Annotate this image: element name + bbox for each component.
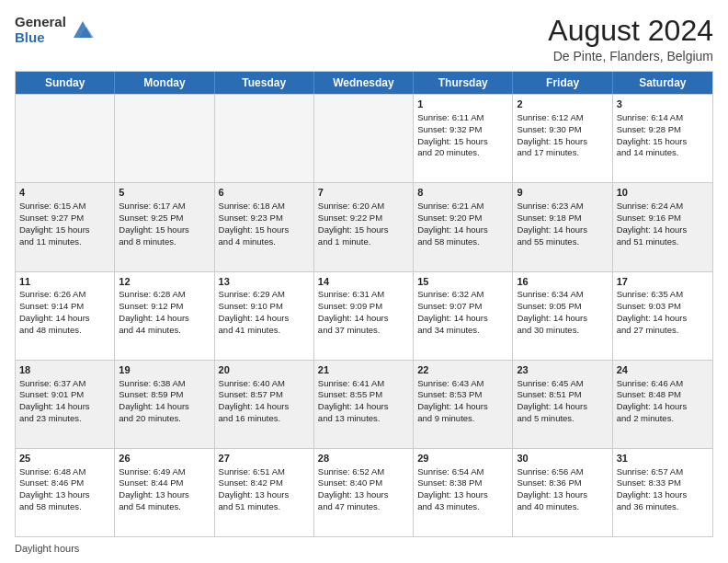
day-info: Sunrise: 6:23 AM Sunset: 9:18 PM Dayligh… [517,201,608,247]
table-row: 30Sunrise: 6:56 AM Sunset: 8:36 PM Dayli… [513,449,612,536]
table-row: 6Sunrise: 6:18 AM Sunset: 9:23 PM Daylig… [215,183,314,270]
calendar-header: Sunday Monday Tuesday Wednesday Thursday… [16,72,712,94]
day-number: 1 [417,98,508,111]
day-number: 8 [417,186,508,200]
day-info: Sunrise: 6:57 AM Sunset: 8:33 PM Dayligh… [617,466,709,513]
day-info: Sunrise: 6:18 AM Sunset: 9:23 PM Dayligh… [219,201,310,247]
day-number: 17 [617,275,709,289]
table-row: 15Sunrise: 6:32 AM Sunset: 9:07 PM Dayli… [414,272,513,360]
day-number: 6 [219,186,310,200]
day-number: 3 [617,98,709,111]
title-month: August 2024 [548,15,713,47]
table-row: 25Sunrise: 6:48 AM Sunset: 8:46 PM Dayli… [16,449,115,536]
weekday-sunday: Sunday [16,72,115,94]
day-number: 11 [19,275,110,289]
table-row: 13Sunrise: 6:29 AM Sunset: 9:10 PM Dayli… [215,272,314,360]
footer: Daylight hours [15,543,713,554]
day-info: Sunrise: 6:37 AM Sunset: 9:01 PM Dayligh… [19,378,110,425]
table-row: 3Sunrise: 6:14 AM Sunset: 9:28 PM Daylig… [613,95,712,182]
day-info: Sunrise: 6:43 AM Sunset: 8:53 PM Dayligh… [417,378,508,425]
table-row: 10Sunrise: 6:24 AM Sunset: 9:16 PM Dayli… [613,183,712,270]
day-number: 2 [517,98,608,111]
calendar: Sunday Monday Tuesday Wednesday Thursday… [15,71,713,537]
day-number: 15 [417,275,508,289]
day-number: 12 [119,275,210,289]
day-number: 13 [219,275,310,289]
day-info: Sunrise: 6:29 AM Sunset: 9:10 PM Dayligh… [219,289,310,336]
table-row: 17Sunrise: 6:35 AM Sunset: 9:03 PM Dayli… [613,272,712,360]
day-number: 21 [318,363,409,377]
table-row: 12Sunrise: 6:28 AM Sunset: 9:12 PM Dayli… [115,272,214,360]
day-number: 30 [517,452,608,465]
day-info: Sunrise: 6:51 AM Sunset: 8:42 PM Dayligh… [219,466,310,513]
day-info: Sunrise: 6:28 AM Sunset: 9:12 PM Dayligh… [119,289,210,336]
table-row: 4Sunrise: 6:15 AM Sunset: 9:27 PM Daylig… [16,183,115,270]
table-row: 20Sunrise: 6:40 AM Sunset: 8:57 PM Dayli… [215,361,314,448]
table-row: 14Sunrise: 6:31 AM Sunset: 9:09 PM Dayli… [314,272,414,360]
day-info: Sunrise: 6:12 AM Sunset: 9:30 PM Dayligh… [517,112,608,159]
page: General Blue August 2024 De Pinte, Fland… [0,0,728,563]
day-info: Sunrise: 6:49 AM Sunset: 8:44 PM Dayligh… [119,466,210,513]
table-row [215,95,314,182]
day-info: Sunrise: 6:54 AM Sunset: 8:38 PM Dayligh… [417,466,508,513]
table-row: 22Sunrise: 6:43 AM Sunset: 8:53 PM Dayli… [414,361,513,448]
table-row: 8Sunrise: 6:21 AM Sunset: 9:20 PM Daylig… [414,183,513,270]
day-number: 28 [318,452,409,465]
table-row: 1Sunrise: 6:11 AM Sunset: 9:32 PM Daylig… [414,95,513,182]
table-row: 24Sunrise: 6:46 AM Sunset: 8:48 PM Dayli… [613,361,712,448]
day-info: Sunrise: 6:26 AM Sunset: 9:14 PM Dayligh… [19,289,110,336]
day-info: Sunrise: 6:20 AM Sunset: 9:22 PM Dayligh… [318,201,409,247]
day-info: Sunrise: 6:21 AM Sunset: 9:20 PM Dayligh… [417,201,508,247]
day-info: Sunrise: 6:56 AM Sunset: 8:36 PM Dayligh… [517,466,608,513]
table-row [115,95,214,182]
day-number: 25 [19,452,110,465]
table-row: 19Sunrise: 6:38 AM Sunset: 8:59 PM Dayli… [115,361,214,448]
day-number: 24 [617,363,709,377]
logo: General Blue [15,15,96,45]
cal-row-1: 4Sunrise: 6:15 AM Sunset: 9:27 PM Daylig… [16,182,712,270]
day-number: 31 [617,452,709,465]
weekday-monday: Monday [115,72,214,94]
day-info: Sunrise: 6:15 AM Sunset: 9:27 PM Dayligh… [19,201,110,247]
table-row: 29Sunrise: 6:54 AM Sunset: 8:38 PM Dayli… [414,449,513,536]
table-row: 11Sunrise: 6:26 AM Sunset: 9:14 PM Dayli… [16,272,115,360]
calendar-body: 1Sunrise: 6:11 AM Sunset: 9:32 PM Daylig… [16,94,712,536]
weekday-tuesday: Tuesday [215,72,314,94]
table-row [314,95,414,182]
day-info: Sunrise: 6:40 AM Sunset: 8:57 PM Dayligh… [219,378,310,425]
table-row: 21Sunrise: 6:41 AM Sunset: 8:55 PM Dayli… [314,361,414,448]
day-number: 16 [517,275,608,289]
day-number: 29 [417,452,508,465]
table-row [16,95,115,182]
day-info: Sunrise: 6:34 AM Sunset: 9:05 PM Dayligh… [517,289,608,336]
table-row: 26Sunrise: 6:49 AM Sunset: 8:44 PM Dayli… [115,449,214,536]
day-number: 9 [517,186,608,200]
day-info: Sunrise: 6:52 AM Sunset: 8:40 PM Dayligh… [318,466,409,513]
day-number: 22 [417,363,508,377]
day-info: Sunrise: 6:32 AM Sunset: 9:07 PM Dayligh… [417,289,508,336]
cal-row-3: 18Sunrise: 6:37 AM Sunset: 9:01 PM Dayli… [16,360,712,448]
title-block: August 2024 De Pinte, Flanders, Belgium [548,15,713,63]
day-info: Sunrise: 6:24 AM Sunset: 9:16 PM Dayligh… [617,201,709,247]
day-number: 27 [219,452,310,465]
table-row: 23Sunrise: 6:45 AM Sunset: 8:51 PM Dayli… [513,361,612,448]
table-row: 28Sunrise: 6:52 AM Sunset: 8:40 PM Dayli… [314,449,414,536]
cal-row-0: 1Sunrise: 6:11 AM Sunset: 9:32 PM Daylig… [16,94,712,182]
title-location: De Pinte, Flanders, Belgium [548,49,713,63]
logo-text: General Blue [15,15,66,45]
table-row: 31Sunrise: 6:57 AM Sunset: 8:33 PM Dayli… [613,449,712,536]
day-number: 5 [119,186,210,200]
table-row: 16Sunrise: 6:34 AM Sunset: 9:05 PM Dayli… [513,272,612,360]
table-row: 27Sunrise: 6:51 AM Sunset: 8:42 PM Dayli… [215,449,314,536]
day-info: Sunrise: 6:41 AM Sunset: 8:55 PM Dayligh… [318,378,409,425]
table-row: 5Sunrise: 6:17 AM Sunset: 9:25 PM Daylig… [115,183,214,270]
table-row: 2Sunrise: 6:12 AM Sunset: 9:30 PM Daylig… [513,95,612,182]
day-info: Sunrise: 6:14 AM Sunset: 9:28 PM Dayligh… [617,112,709,159]
day-info: Sunrise: 6:38 AM Sunset: 8:59 PM Dayligh… [119,378,210,425]
logo-icon [70,17,96,43]
weekday-saturday: Saturday [613,72,712,94]
day-info: Sunrise: 6:48 AM Sunset: 8:46 PM Dayligh… [19,466,110,513]
weekday-wednesday: Wednesday [314,72,414,94]
day-number: 18 [19,363,110,377]
table-row: 7Sunrise: 6:20 AM Sunset: 9:22 PM Daylig… [314,183,414,270]
